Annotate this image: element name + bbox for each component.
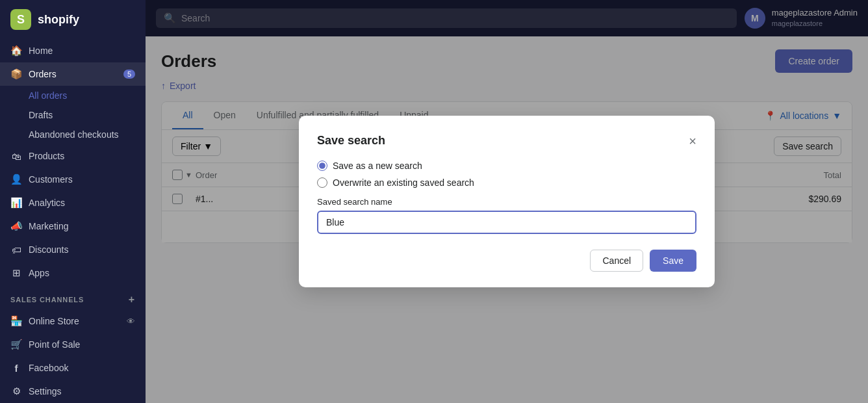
radio-save-new-input[interactable] xyxy=(317,161,327,171)
main-area: 🔍 M mageplazastore Admin mageplazastore … xyxy=(146,0,868,403)
sidebar-item-online-store[interactable]: 🏪 Online Store 👁 xyxy=(0,309,146,333)
online-store-eye-icon[interactable]: 👁 xyxy=(127,317,135,326)
settings-icon: ⚙ xyxy=(10,385,22,397)
sidebar-item-products[interactable]: 🛍 Products xyxy=(0,144,146,168)
analytics-icon: 📊 xyxy=(10,197,22,209)
marketing-icon: 📣 xyxy=(10,220,22,232)
shopify-logo-icon: S xyxy=(10,9,31,30)
discounts-icon: 🏷 xyxy=(10,244,22,255)
save-search-modal: Save search × Save as a new search Overw… xyxy=(299,116,715,287)
sidebar-item-customers[interactable]: 👤 Customers xyxy=(0,168,146,191)
facebook-icon: f xyxy=(10,362,22,374)
radio-overwrite-input[interactable] xyxy=(317,177,327,188)
online-store-label: Online Store xyxy=(29,316,79,326)
saved-search-name-label: Saved search name xyxy=(317,197,696,207)
sidebar-analytics-label: Analytics xyxy=(29,198,65,208)
sidebar-sub-item-abandoned-checkouts[interactable]: Abandoned checkouts xyxy=(0,125,146,144)
radio-save-new-label: Save as a new search xyxy=(333,161,422,171)
orders-badge: 5 xyxy=(123,70,135,79)
saved-search-name-input[interactable] xyxy=(317,211,696,234)
apps-icon: ⊞ xyxy=(10,267,22,279)
sidebar-discounts-label: Discounts xyxy=(29,244,68,255)
online-store-icon: 🏪 xyxy=(10,315,22,327)
customers-icon: 👤 xyxy=(10,174,22,185)
sidebar-apps-label: Apps xyxy=(29,268,49,278)
sidebar-item-analytics[interactable]: 📊 Analytics xyxy=(0,191,146,214)
modal-header: Save search × xyxy=(317,134,696,148)
sidebar-marketing-label: Marketing xyxy=(29,221,68,231)
sidebar: S shopify 🏠 Home 📦 Orders 5 All orders D… xyxy=(0,0,146,403)
cancel-button[interactable]: Cancel xyxy=(590,250,643,272)
sidebar-item-home[interactable]: 🏠 Home xyxy=(0,39,146,62)
modal-footer: Cancel Save xyxy=(317,250,696,272)
sidebar-home-label: Home xyxy=(29,46,53,56)
sidebar-item-discounts[interactable]: 🏷 Discounts xyxy=(0,238,146,261)
sidebar-item-orders[interactable]: 📦 Orders 5 xyxy=(0,62,146,86)
sidebar-products-label: Products xyxy=(29,151,64,161)
modal-radio-group: Save as a new search Overwrite an existi… xyxy=(317,161,696,188)
drafts-label: Drafts xyxy=(29,110,53,120)
modal-overlay: Save search × Save as a new search Overw… xyxy=(146,0,868,403)
orders-icon: 📦 xyxy=(10,68,22,80)
sidebar-item-point-of-sale[interactable]: 🛒 Point of Sale xyxy=(0,333,146,356)
sidebar-sub-item-all-orders[interactable]: All orders xyxy=(0,86,146,105)
settings-label: Settings xyxy=(29,386,62,396)
radio-overwrite[interactable]: Overwrite an existing saved search xyxy=(317,177,696,188)
sidebar-logo: S shopify xyxy=(0,0,146,39)
add-sales-channel-icon[interactable]: + xyxy=(129,294,135,306)
facebook-label: Facebook xyxy=(29,363,68,373)
sidebar-item-facebook[interactable]: f Facebook xyxy=(0,356,146,380)
point-of-sale-label: Point of Sale xyxy=(29,339,80,350)
products-icon: 🛍 xyxy=(10,150,22,162)
sidebar-sub-item-drafts[interactable]: Drafts xyxy=(0,105,146,125)
all-orders-label: All orders xyxy=(29,90,67,101)
sidebar-orders-label: Orders xyxy=(29,69,57,79)
sidebar-customers-label: Customers xyxy=(29,174,73,185)
sales-channels-section: SALES CHANNELS + xyxy=(0,285,146,309)
sidebar-scroll: 🏠 Home 📦 Orders 5 All orders Drafts Aban… xyxy=(0,39,146,403)
modal-title: Save search xyxy=(317,134,385,148)
modal-close-button[interactable]: × xyxy=(689,135,696,148)
sidebar-item-apps[interactable]: ⊞ Apps xyxy=(0,261,146,285)
point-of-sale-icon: 🛒 xyxy=(10,339,22,350)
sidebar-item-marketing[interactable]: 📣 Marketing xyxy=(0,214,146,238)
radio-overwrite-label: Overwrite an existing saved search xyxy=(333,177,474,188)
abandoned-checkouts-label: Abandoned checkouts xyxy=(29,129,119,140)
save-button[interactable]: Save xyxy=(650,250,696,272)
sidebar-logo-text: shopify xyxy=(38,13,79,27)
sidebar-item-settings[interactable]: ⚙ Settings xyxy=(0,380,146,403)
sales-channels-label: SALES CHANNELS xyxy=(10,296,84,304)
home-icon: 🏠 xyxy=(10,45,22,57)
radio-save-new[interactable]: Save as a new search xyxy=(317,161,696,171)
